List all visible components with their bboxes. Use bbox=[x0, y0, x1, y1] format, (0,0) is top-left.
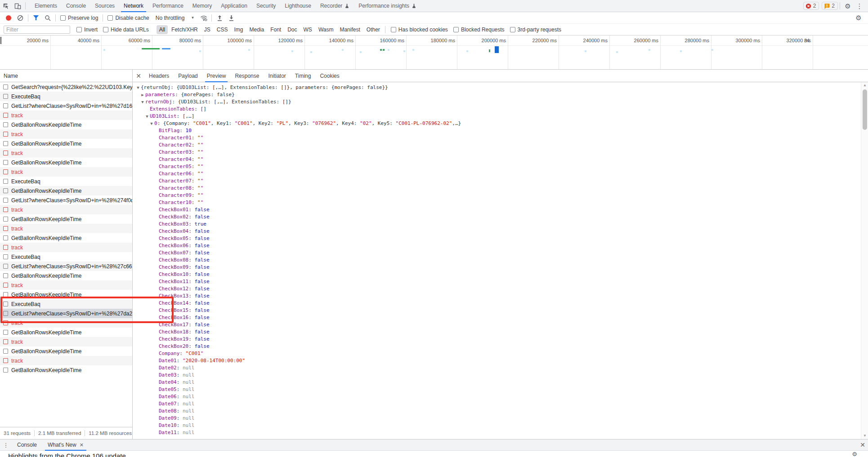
json-tree-line[interactable]: Date05: null bbox=[135, 386, 861, 393]
tab-performance-insights[interactable]: Performance insights bbox=[354, 0, 421, 12]
json-tree-line[interactable]: ▶parameters: {morePages: false} bbox=[135, 91, 861, 98]
request-row[interactable]: track bbox=[0, 243, 132, 252]
json-tree-line[interactable]: CheckBox18: false bbox=[135, 328, 861, 336]
json-tree-line[interactable]: Date04: null bbox=[135, 379, 861, 386]
request-row[interactable]: GetList?whereClause=SysRowID+in+%28%27da… bbox=[0, 309, 132, 318]
drawer-menu-icon[interactable]: ⋮ bbox=[0, 439, 12, 451]
filter-pill-font[interactable]: Font bbox=[268, 25, 284, 34]
json-tree-line[interactable]: Character09: "" bbox=[135, 192, 861, 199]
json-tree-line[interactable]: ExtensionTables: [] bbox=[135, 106, 861, 113]
throttling-dropdown[interactable]: No throttling ▼ bbox=[156, 15, 195, 21]
json-tree-line[interactable]: Date02: null bbox=[135, 364, 861, 372]
request-row[interactable]: GetList?whereClause=SysRowID+in+%28%27c6… bbox=[0, 262, 132, 271]
tab-lighthouse[interactable]: Lighthouse bbox=[280, 0, 316, 12]
json-tree-line[interactable]: Date10: null bbox=[135, 422, 861, 429]
json-tree-line[interactable]: CheckBox19: false bbox=[135, 336, 861, 343]
more-options-icon[interactable]: ⋮ bbox=[854, 0, 865, 12]
json-tree-line[interactable]: Date01: "2020-08-14T00:00:00" bbox=[135, 357, 861, 364]
request-row[interactable]: ExecuteBaq bbox=[0, 177, 132, 186]
request-row[interactable]: GetList?whereClause=SysRowID+in+%28%27d1… bbox=[0, 101, 132, 111]
json-tree-line[interactable]: CheckBox10: false bbox=[135, 271, 861, 278]
json-tree-line[interactable]: Date11: null bbox=[135, 429, 861, 436]
request-row[interactable]: GetBallonRowsKeepIdleTime bbox=[0, 233, 132, 243]
name-column-header[interactable]: Name bbox=[0, 70, 132, 82]
request-row[interactable]: ExecuteBaq bbox=[0, 299, 132, 309]
drawer-tab-console[interactable]: Console bbox=[12, 439, 42, 451]
device-toolbar-icon[interactable] bbox=[12, 0, 23, 12]
details-tab-cookies[interactable]: Cookies bbox=[315, 70, 344, 82]
filter-pill-all[interactable]: All bbox=[157, 25, 168, 34]
json-tree-line[interactable]: Character10: "" bbox=[135, 199, 861, 206]
request-row[interactable]: GetBallonRowsKeepIdleTime bbox=[0, 158, 132, 167]
export-har-icon[interactable] bbox=[225, 12, 237, 24]
details-tab-preview[interactable]: Preview bbox=[202, 70, 231, 82]
details-tab-payload[interactable]: Payload bbox=[174, 70, 202, 82]
filter-pill-media[interactable]: Media bbox=[246, 25, 267, 34]
json-tree-line[interactable]: ▼returnObj: {UD103List: [,…], ExtensionT… bbox=[135, 98, 861, 106]
filter-pill-css[interactable]: CSS bbox=[214, 25, 231, 34]
has-blocked-cookies-checkbox[interactable]: Has blocked cookies bbox=[391, 27, 448, 33]
tree-disclosure-icon[interactable]: ▶ bbox=[140, 91, 145, 98]
request-row[interactable]: track bbox=[0, 280, 132, 290]
filter-pill-manifest[interactable]: Manifest bbox=[337, 25, 362, 34]
json-tree-line[interactable]: Date03: null bbox=[135, 372, 861, 379]
request-row[interactable]: GetBallonRowsKeepIdleTime bbox=[0, 290, 132, 299]
blocked-requests-checkbox[interactable]: Blocked Requests bbox=[453, 27, 505, 33]
filter-pill-doc[interactable]: Doc bbox=[285, 25, 300, 34]
invert-checkbox[interactable]: Invert bbox=[76, 27, 98, 33]
details-tab-timing[interactable]: Timing bbox=[291, 70, 316, 82]
json-tree-line[interactable]: CheckBox03: true bbox=[135, 221, 861, 228]
scrollbar-thumb[interactable] bbox=[863, 89, 867, 130]
request-row[interactable]: track bbox=[0, 129, 132, 139]
filter-pill-fetch-xhr[interactable]: Fetch/XHR bbox=[169, 25, 201, 34]
tab-memory[interactable]: Memory bbox=[188, 0, 216, 12]
details-scrollbar[interactable]: ▲ ▼ bbox=[861, 82, 868, 439]
json-tree-line[interactable]: CheckBox16: false bbox=[135, 314, 861, 321]
scroll-up-icon[interactable]: ▲ bbox=[861, 82, 868, 89]
request-row[interactable]: GetBallonRowsKeepIdleTime bbox=[0, 328, 132, 337]
json-tree-line[interactable]: CheckBox01: false bbox=[135, 206, 861, 213]
request-row[interactable]: ExecuteBaq bbox=[0, 92, 132, 101]
search-icon[interactable] bbox=[42, 12, 54, 24]
json-tree-line[interactable]: ▼{returnObj: {UD103List: [,…], Extension… bbox=[135, 84, 861, 91]
details-tab-response[interactable]: Response bbox=[230, 70, 264, 82]
tab-console[interactable]: Console bbox=[62, 0, 90, 12]
filter-funnel-icon[interactable] bbox=[30, 12, 42, 24]
hide-data-urls-checkbox[interactable]: Hide data URLs bbox=[103, 27, 149, 33]
json-tree-line[interactable]: CheckBox20: false bbox=[135, 343, 861, 350]
json-tree-line[interactable]: CheckBox07: false bbox=[135, 249, 861, 257]
warning-badge[interactable]: 2 bbox=[822, 2, 838, 10]
filter-pill-other[interactable]: Other bbox=[364, 25, 383, 34]
tree-disclosure-icon[interactable]: ▼ bbox=[144, 113, 150, 120]
json-tree-line[interactable]: Character08: "" bbox=[135, 185, 861, 192]
error-badge[interactable]: 2 bbox=[803, 2, 819, 10]
json-tree-line[interactable]: Character06: "" bbox=[135, 170, 861, 177]
request-row[interactable]: track bbox=[0, 167, 132, 177]
json-tree-line[interactable]: CheckBox17: false bbox=[135, 321, 861, 328]
request-row[interactable]: GetBallonRowsKeepIdleTime bbox=[0, 139, 132, 148]
filter-pill-img[interactable]: Img bbox=[231, 25, 246, 34]
drawer-tab-what-s-new[interactable]: What's New✕ bbox=[42, 439, 89, 451]
details-tab-initiator[interactable]: Initiator bbox=[264, 70, 290, 82]
network-settings-gear-icon[interactable]: ⚙ bbox=[853, 12, 864, 24]
request-row[interactable]: track bbox=[0, 111, 132, 120]
tree-disclosure-icon[interactable]: ▼ bbox=[135, 84, 141, 91]
request-row[interactable]: track bbox=[0, 318, 132, 328]
request-row[interactable]: track bbox=[0, 148, 132, 158]
drawer-gear-icon[interactable]: ⚙ bbox=[852, 451, 857, 457]
json-tree-line[interactable]: CheckBox06: false bbox=[135, 242, 861, 249]
json-tree-line[interactable]: Date06: null bbox=[135, 393, 861, 400]
json-tree-line[interactable]: CheckBox02: false bbox=[135, 213, 861, 221]
request-row[interactable]: GetBallonRowsKeepIdleTime bbox=[0, 120, 132, 129]
tab-recorder[interactable]: Recorder bbox=[316, 0, 354, 12]
request-row[interactable]: GetBallonRowsKeepIdleTime bbox=[0, 365, 132, 375]
json-tree-line[interactable]: CheckBox11: false bbox=[135, 278, 861, 285]
json-tree-line[interactable]: Character07: "" bbox=[135, 177, 861, 185]
filter-pill-wasm[interactable]: Wasm bbox=[316, 25, 336, 34]
filter-pill-js[interactable]: JS bbox=[201, 25, 213, 34]
record-network-log-button[interactable] bbox=[3, 12, 14, 24]
disable-cache-checkbox[interactable]: Disable cache bbox=[107, 15, 149, 21]
json-tree-line[interactable]: Date09: null bbox=[135, 415, 861, 422]
tab-application[interactable]: Application bbox=[216, 0, 252, 12]
settings-gear-icon[interactable]: ⚙ bbox=[842, 0, 854, 12]
